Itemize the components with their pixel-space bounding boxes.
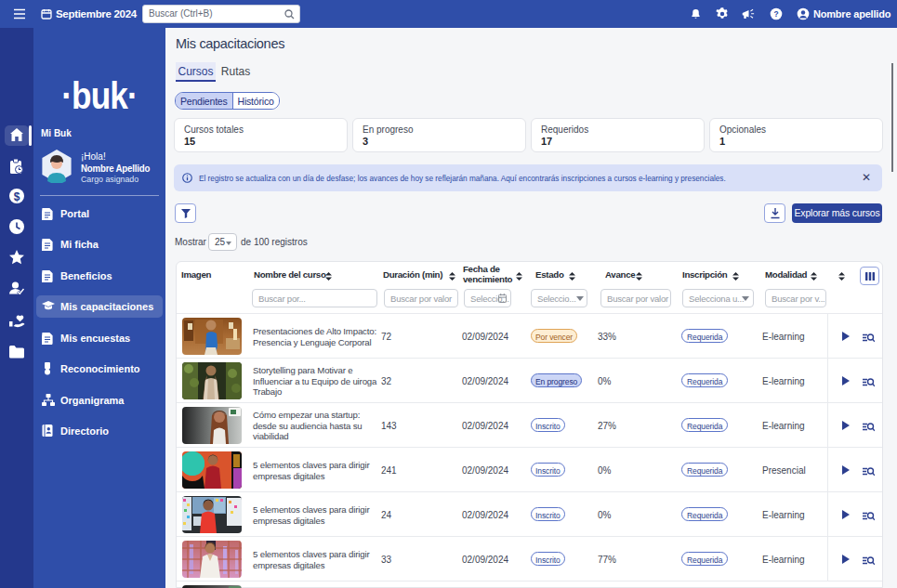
svg-text:$: $ xyxy=(14,190,20,203)
svg-text:?: ? xyxy=(773,9,778,19)
